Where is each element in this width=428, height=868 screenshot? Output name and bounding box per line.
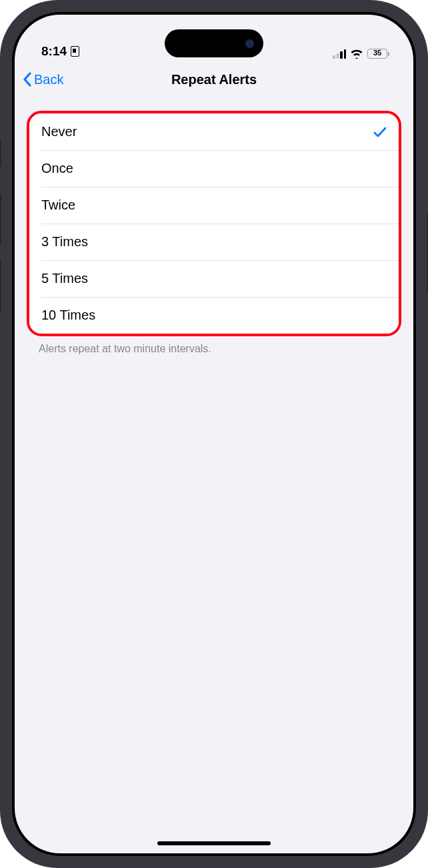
checkmark-icon [373, 126, 387, 138]
option-once[interactable]: Once [29, 150, 399, 187]
option-label: Never [41, 124, 77, 139]
silent-switch [0, 140, 1, 167]
option-3-times[interactable]: 3 Times [29, 224, 399, 260]
option-10-times[interactable]: 10 Times [29, 297, 399, 334]
option-label: 3 Times [41, 234, 88, 250]
option-never[interactable]: Never [29, 113, 399, 150]
option-label: Once [41, 161, 73, 176]
dynamic-island [165, 29, 263, 57]
wifi-icon [350, 49, 363, 59]
chevron-left-icon [23, 72, 32, 87]
volume-up-button [0, 193, 1, 246]
page-title: Repeat Alerts [171, 72, 257, 87]
option-label: Twice [41, 197, 75, 213]
cellular-signal-icon [333, 49, 346, 59]
screen: 8:14 [15, 15, 413, 853]
status-right: 35 [333, 49, 389, 59]
repeat-alerts-list: Never Once Twice 3 Times [29, 113, 399, 334]
option-twice[interactable]: Twice [29, 187, 399, 224]
footer-note: Alerts repeat at two minute intervals. [27, 336, 401, 355]
annotation-highlight: Never Once Twice 3 Times [27, 111, 401, 336]
front-camera-icon [245, 39, 254, 48]
status-left: 8:14 [41, 44, 79, 59]
battery-level: 35 [368, 49, 387, 57]
option-label: 10 Times [41, 308, 95, 323]
battery-icon: 35 [367, 49, 389, 59]
option-5-times[interactable]: 5 Times [29, 260, 399, 297]
home-indicator[interactable] [157, 841, 271, 845]
device-frame: 8:14 [0, 0, 428, 868]
volume-down-button [0, 260, 1, 312]
option-label: 5 Times [41, 271, 88, 286]
sim-card-icon [71, 46, 79, 57]
back-label: Back [34, 72, 63, 87]
back-button[interactable]: Back [23, 72, 63, 87]
content: Never Once Twice 3 Times [15, 97, 413, 355]
status-time: 8:14 [41, 44, 67, 59]
nav-bar: Back Repeat Alerts [15, 61, 413, 97]
